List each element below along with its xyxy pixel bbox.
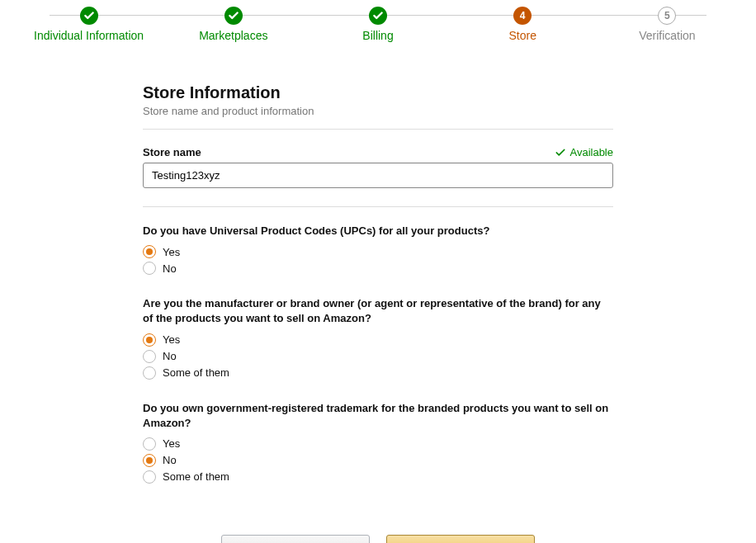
step-store[interactable]: 4 Store (451, 7, 595, 42)
question-text: Are you the manufacturer or brand owner … (143, 296, 613, 326)
divider (143, 129, 613, 130)
availability-text: Available (569, 146, 613, 158)
check-icon (555, 147, 566, 158)
radio-brand-yes[interactable]: Yes (143, 332, 613, 348)
question-trademark: Do you own government-registered tradema… (143, 401, 613, 485)
availability-indicator: Available (555, 146, 613, 158)
radio-label: Yes (163, 246, 180, 258)
check-icon (80, 7, 98, 25)
radio-trademark-yes[interactable]: Yes (143, 436, 613, 452)
progress-stepper: Individual Information Marketplaces Bill… (0, 0, 756, 42)
store-name-input[interactable] (143, 163, 613, 188)
radio-upc-yes[interactable]: Yes (143, 243, 613, 260)
radio-label: No (163, 262, 177, 275)
divider (143, 206, 613, 207)
store-name-label: Store name (143, 146, 201, 158)
check-icon (224, 7, 243, 25)
step-label: Billing (362, 29, 393, 42)
step-label: Verification (639, 29, 695, 42)
question-text: Do you own government-registered tradema… (143, 401, 613, 431)
step-label: Individual Information (34, 29, 144, 42)
radio-trademark-some[interactable]: Some of them (143, 469, 613, 485)
radio-brand-some[interactable]: Some of them (143, 365, 613, 381)
radio-label: Some of them (163, 470, 229, 483)
previous-button[interactable]: Previous (221, 535, 370, 543)
radio-icon (143, 333, 156, 347)
main-content: Store Information Store name and product… (135, 83, 621, 543)
button-row: Previous Next (143, 535, 613, 543)
step-number: 4 (513, 7, 532, 25)
step-number: 5 (658, 7, 676, 25)
radio-icon (143, 454, 156, 467)
radio-upc-no[interactable]: No (143, 260, 613, 276)
radio-brand-no[interactable]: No (143, 348, 613, 365)
step-marketplaces[interactable]: Marketplaces (161, 7, 305, 42)
radio-icon (143, 470, 156, 484)
radio-label: No (163, 350, 177, 362)
step-verification[interactable]: 5 Verification (595, 7, 739, 42)
radio-label: Some of them (163, 366, 229, 379)
next-button[interactable]: Next (386, 535, 535, 543)
radio-icon (143, 245, 156, 258)
radio-icon (143, 437, 156, 451)
question-text: Do you have Universal Product Codes (UPC… (143, 224, 613, 238)
page-subtitle: Store name and product information (143, 105, 613, 117)
radio-icon (143, 366, 156, 380)
radio-label: Yes (163, 333, 180, 346)
radio-label: No (163, 454, 177, 466)
step-billing[interactable]: Billing (305, 7, 450, 42)
step-label: Store (508, 29, 536, 42)
question-brand-owner: Are you the manufacturer or brand owner … (143, 296, 613, 380)
page-title: Store Information (143, 83, 613, 102)
radio-label: Yes (163, 437, 180, 450)
question-upc: Do you have Universal Product Codes (UPC… (143, 224, 613, 276)
check-icon (369, 7, 387, 25)
step-individual-information[interactable]: Individual Information (17, 7, 161, 42)
radio-icon (143, 350, 156, 363)
radio-icon (143, 262, 156, 275)
radio-trademark-no[interactable]: No (143, 452, 613, 469)
step-label: Marketplaces (199, 29, 267, 42)
